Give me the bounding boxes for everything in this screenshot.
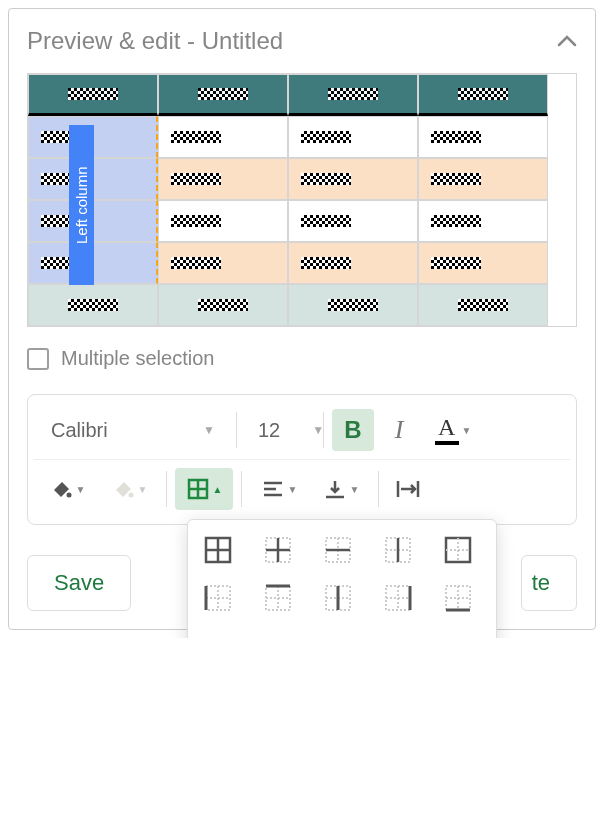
toolbar-row-1: Calibri ▼ 12 ▼ B I A ▼: [34, 401, 570, 459]
font-family-value: Calibri: [51, 419, 108, 442]
font-color-underline: [435, 441, 459, 445]
header-cell[interactable]: [288, 74, 418, 116]
border-top-icon[interactable]: [262, 582, 294, 614]
data-cell[interactable]: [288, 116, 418, 158]
dropdown-arrow-icon: ▼: [350, 484, 360, 495]
vertical-align-button[interactable]: ▼: [312, 468, 370, 510]
save-button[interactable]: Save: [27, 555, 131, 611]
dropdown-arrow-icon: ▼: [288, 484, 298, 495]
font-size-value: 12: [258, 419, 280, 442]
data-cell[interactable]: [288, 158, 418, 200]
multiple-selection-checkbox[interactable]: [27, 348, 49, 370]
action-buttons-row: Save te ▼: [27, 555, 577, 611]
data-cell[interactable]: [418, 200, 548, 242]
border-color-dropdown[interactable]: ▼: [265, 628, 316, 638]
data-cell[interactable]: [158, 116, 288, 158]
separator: [378, 471, 379, 507]
borders-popup: ▼ ▼: [187, 519, 497, 638]
data-cell[interactable]: [288, 200, 418, 242]
horizontal-align-button[interactable]: ▼: [250, 468, 308, 510]
border-horizontal-icon[interactable]: [322, 534, 354, 566]
border-style-row: ▼ ▼: [202, 628, 482, 638]
data-cell[interactable]: [418, 242, 548, 284]
font-family-dropdown[interactable]: Calibri ▼: [38, 412, 228, 449]
footer-cell[interactable]: [418, 284, 548, 326]
bold-button[interactable]: B: [332, 409, 374, 451]
dropdown-arrow-icon: ▼: [138, 484, 148, 495]
border-bottom-icon[interactable]: [442, 582, 474, 614]
preview-grid: [27, 73, 577, 327]
separator: [236, 412, 237, 448]
panel-title: Preview & edit - Untitled: [27, 27, 283, 55]
border-all-icon[interactable]: [202, 534, 234, 566]
panel-header: Preview & edit - Untitled: [27, 27, 577, 55]
preview-edit-panel: Preview & edit - Untitled: [8, 8, 596, 630]
data-cell[interactable]: [288, 242, 418, 284]
border-right-icon[interactable]: [382, 582, 414, 614]
font-color-glyph: A: [438, 415, 455, 439]
border-style-dropdown[interactable]: ▼: [202, 628, 255, 638]
fill-color-light-button[interactable]: ▼: [100, 468, 158, 510]
font-color-button[interactable]: A ▼: [424, 409, 482, 451]
border-left-icon[interactable]: [202, 582, 234, 614]
data-cell[interactable]: [158, 242, 288, 284]
separator: [241, 471, 242, 507]
footer-cell[interactable]: [28, 284, 158, 326]
partial-button[interactable]: te: [521, 555, 577, 611]
data-cell[interactable]: [158, 158, 288, 200]
data-cell[interactable]: [418, 116, 548, 158]
dropdown-arrow-icon: ▼: [462, 425, 472, 436]
footer-cell[interactable]: [158, 284, 288, 326]
toolbar-row-2: ▼ ▼ ▲ ▼ ▼: [34, 459, 570, 518]
dropdown-arrow-icon: ▲: [213, 484, 223, 495]
svg-point-1: [128, 493, 133, 498]
italic-button[interactable]: I: [378, 409, 420, 451]
border-inner-icon[interactable]: [262, 534, 294, 566]
wrap-text-button[interactable]: [387, 468, 429, 510]
collapse-chevron-icon[interactable]: [557, 35, 577, 47]
dropdown-arrow-icon: ▼: [76, 484, 86, 495]
left-column-label: Left column: [69, 125, 94, 285]
border-vertical-icon[interactable]: [382, 534, 414, 566]
separator: [323, 412, 324, 448]
footer-cell[interactable]: [288, 284, 418, 326]
border-outer-icon[interactable]: [442, 534, 474, 566]
dropdown-arrow-icon: ▼: [203, 423, 215, 437]
font-size-dropdown[interactable]: 12 ▼: [245, 412, 315, 449]
separator: [166, 471, 167, 507]
multiple-selection-label: Multiple selection: [61, 347, 214, 370]
borders-button[interactable]: ▲: [175, 468, 233, 510]
formatting-toolbar: Calibri ▼ 12 ▼ B I A ▼ ▼: [27, 394, 577, 525]
header-cell[interactable]: [418, 74, 548, 116]
table-preview[interactable]: Left column: [27, 73, 577, 327]
header-cell[interactable]: [28, 74, 158, 116]
header-cell[interactable]: [158, 74, 288, 116]
multiple-selection-row[interactable]: Multiple selection: [27, 347, 577, 370]
data-cell[interactable]: [158, 200, 288, 242]
border-options-grid: [202, 534, 482, 614]
fill-color-button[interactable]: ▼: [38, 468, 96, 510]
data-cell[interactable]: [418, 158, 548, 200]
svg-point-0: [66, 493, 71, 498]
border-inner-v-icon[interactable]: [322, 582, 354, 614]
